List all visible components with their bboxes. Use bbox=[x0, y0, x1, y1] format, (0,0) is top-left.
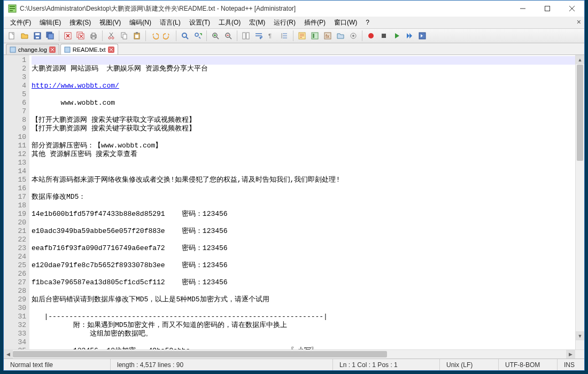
scroll-right-arrow-icon[interactable]: ▶ bbox=[566, 350, 575, 359]
svg-rect-32 bbox=[135, 35, 138, 38]
line-number-gutter[interactable]: 1234567891011121314151617181920212223242… bbox=[4, 55, 29, 349]
svg-point-25 bbox=[112, 37, 114, 39]
svg-rect-13 bbox=[48, 34, 53, 39]
minimize-button[interactable] bbox=[510, 1, 535, 17]
function-list-button[interactable]: fx bbox=[322, 30, 334, 42]
redo-button[interactable] bbox=[161, 30, 173, 42]
close-button[interactable] bbox=[560, 1, 584, 17]
status-overwrite[interactable]: INS bbox=[558, 359, 584, 370]
hscroll-track[interactable] bbox=[13, 350, 566, 359]
play-macro-button[interactable] bbox=[391, 30, 403, 42]
file-tab-changelog[interactable]: change.log bbox=[6, 44, 59, 54]
svg-rect-67 bbox=[65, 47, 70, 52]
file-tab-readme[interactable]: README.txt bbox=[60, 44, 118, 54]
svg-rect-61 bbox=[382, 34, 386, 38]
save-macro-button[interactable] bbox=[416, 30, 428, 42]
app-window: C:\Users\Administrator\Desktop\大鹏资源网\新建文… bbox=[3, 0, 585, 371]
save-all-button[interactable] bbox=[44, 30, 56, 42]
svg-rect-3 bbox=[10, 10, 13, 11]
save-button[interactable] bbox=[32, 30, 43, 42]
menu-run[interactable]: 运行(R) bbox=[269, 17, 300, 28]
svg-rect-5 bbox=[545, 6, 550, 11]
scroll-left-arrow-icon[interactable]: ◀ bbox=[4, 350, 13, 359]
tab-close-icon[interactable] bbox=[49, 46, 56, 53]
menu-encoding[interactable]: 编码(N) bbox=[125, 17, 156, 28]
toolbar-separator bbox=[362, 30, 362, 41]
svg-text:fx: fx bbox=[326, 34, 330, 39]
maximize-button[interactable] bbox=[535, 1, 560, 17]
zoom-out-button[interactable] bbox=[222, 30, 234, 42]
svg-rect-22 bbox=[92, 33, 95, 35]
folder-as-workspace-button[interactable] bbox=[335, 30, 346, 42]
svg-rect-44 bbox=[246, 33, 249, 39]
svg-point-24 bbox=[109, 37, 111, 39]
toolbar-separator bbox=[237, 30, 237, 41]
app-icon bbox=[8, 4, 17, 13]
scroll-down-arrow-icon[interactable]: ▼ bbox=[576, 331, 584, 340]
svg-line-37 bbox=[216, 37, 219, 39]
window-title: C:\Users\Administrator\Desktop\大鹏资源网\新建文… bbox=[20, 4, 510, 13]
status-eol[interactable]: Unix (LF) bbox=[440, 359, 499, 370]
svg-rect-55 bbox=[313, 34, 314, 38]
toolbar-separator bbox=[293, 30, 293, 41]
tab-bar: change.log README.txt bbox=[4, 43, 584, 55]
new-file-button[interactable] bbox=[6, 30, 18, 42]
user-lang-button[interactable] bbox=[296, 30, 308, 42]
undo-button[interactable] bbox=[149, 30, 160, 42]
text-editor[interactable]: 大鹏资源网 网站源码 大鹏娱乐网 资源免费分享大平台http://www.wob… bbox=[29, 55, 584, 349]
svg-rect-11 bbox=[36, 37, 39, 38]
word-wrap-button[interactable] bbox=[253, 30, 265, 42]
menu-macro[interactable]: 宏(M) bbox=[245, 17, 269, 28]
doc-map-button[interactable] bbox=[309, 30, 321, 42]
status-encoding[interactable]: UTF-8-BOM bbox=[499, 359, 558, 370]
vscroll-thumb[interactable] bbox=[577, 65, 583, 161]
vertical-scrollbar[interactable]: ▲ ▼ bbox=[575, 55, 584, 349]
paste-button[interactable] bbox=[131, 30, 143, 42]
horizontal-scrollbar[interactable]: ◀ ▶ bbox=[4, 349, 584, 359]
status-bar: Normal text file length : 4,517 lines : … bbox=[4, 359, 584, 370]
menu-help[interactable]: ? bbox=[361, 18, 374, 27]
menu-file[interactable]: 文件(F) bbox=[6, 17, 35, 28]
menu-window[interactable]: 窗口(W) bbox=[330, 17, 361, 28]
svg-text:¶: ¶ bbox=[268, 33, 272, 39]
window-buttons bbox=[510, 1, 584, 17]
svg-rect-43 bbox=[243, 33, 245, 39]
stop-macro-button[interactable] bbox=[378, 30, 390, 42]
tab-close-icon[interactable] bbox=[108, 46, 114, 53]
status-length: length : 4,517 lines : 90 bbox=[111, 359, 333, 370]
tab-label: change.log bbox=[18, 46, 47, 53]
hscroll-thumb[interactable] bbox=[13, 351, 387, 357]
toolbar-separator bbox=[176, 30, 176, 41]
show-all-chars-button[interactable]: ¶ bbox=[266, 30, 277, 42]
close-file-button[interactable] bbox=[62, 30, 74, 42]
open-file-button[interactable] bbox=[19, 30, 30, 42]
play-macro-multi-button[interactable] bbox=[404, 30, 415, 42]
mdi-close-icon[interactable]: × bbox=[577, 18, 581, 26]
menu-view[interactable]: 视图(V) bbox=[95, 17, 125, 28]
monitoring-button[interactable] bbox=[347, 30, 359, 42]
svg-line-41 bbox=[229, 37, 231, 39]
find-button[interactable] bbox=[179, 30, 191, 42]
file-icon bbox=[10, 46, 16, 53]
title-bar[interactable]: C:\Users\Administrator\Desktop\大鹏资源网\新建文… bbox=[4, 1, 584, 17]
svg-point-33 bbox=[182, 33, 187, 37]
close-all-button[interactable] bbox=[75, 30, 87, 42]
menu-language[interactable]: 语言(L) bbox=[156, 17, 185, 28]
record-macro-button[interactable] bbox=[365, 30, 377, 42]
toolbar-separator bbox=[59, 30, 59, 41]
tab-label: README.txt bbox=[73, 46, 106, 53]
svg-line-34 bbox=[186, 37, 188, 39]
replace-button[interactable] bbox=[192, 30, 204, 42]
menu-plugins[interactable]: 插件(P) bbox=[300, 17, 330, 28]
zoom-in-button[interactable] bbox=[210, 30, 221, 42]
copy-button[interactable] bbox=[118, 30, 130, 42]
menu-tools[interactable]: 工具(O) bbox=[214, 17, 245, 28]
menu-settings[interactable]: 设置(T) bbox=[185, 17, 214, 28]
menu-search[interactable]: 搜索(S) bbox=[65, 17, 95, 28]
cut-button[interactable] bbox=[105, 30, 117, 42]
scroll-up-arrow-icon[interactable]: ▲ bbox=[576, 55, 584, 64]
indent-guide-button[interactable] bbox=[278, 30, 290, 42]
sync-vscroll-button[interactable] bbox=[240, 30, 252, 42]
menu-edit[interactable]: 编辑(E) bbox=[35, 17, 65, 28]
print-button[interactable] bbox=[88, 30, 99, 42]
